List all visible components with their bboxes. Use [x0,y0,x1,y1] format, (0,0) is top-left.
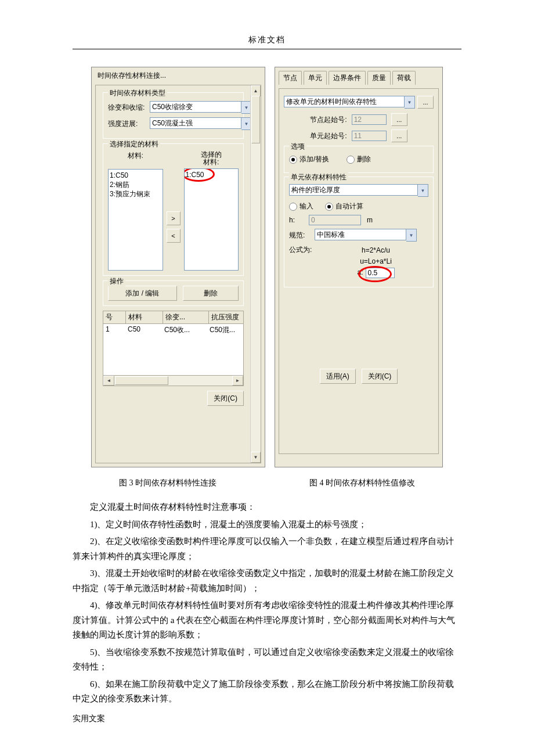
header-rule [73,49,461,49]
label-strength: 强度进展: [108,119,147,129]
scroll-up-icon[interactable]: ▲ [251,85,261,96]
combo-action-input[interactable] [284,96,405,107]
cell: 1 [103,324,125,375]
v-scrollbar[interactable]: ▲ ▼ [250,85,261,463]
node-browse-button[interactable]: ... [391,113,407,126]
scroll-thumb[interactable] [251,96,260,143]
cell: C50混... [207,324,243,375]
tab-element[interactable]: 单元 [304,71,327,85]
list-item[interactable]: 1:C50 [110,171,161,180]
combo-spec-input[interactable] [315,229,406,240]
cell: C50 [125,324,162,375]
radio-icon [347,156,355,164]
tab-load[interactable]: 荷载 [392,71,416,85]
radio-input[interactable]: 输入 [289,201,313,211]
combo-strength-input[interactable] [150,117,241,129]
scroll-right-icon[interactable]: ► [232,376,243,386]
combo-action[interactable]: ▼ ... [284,96,434,109]
close-button[interactable]: 关闭(C) [207,391,244,406]
legend-material-type: 时间依存材料类型 [108,88,167,98]
label-h-unit: m [367,216,373,224]
page-footer: 实用文案 [73,714,105,724]
label-h: h: [289,216,303,224]
radio-add-replace[interactable]: 添加/替换 [289,154,329,164]
radio-icon [289,203,297,211]
table-body[interactable]: 1 C50 C50收... C50混... [103,324,244,376]
list-item[interactable]: 2:钢筋 [110,180,161,189]
col-no[interactable]: 号 [103,311,126,323]
close-button[interactable]: 关闭(C) [362,369,398,384]
tab-node[interactable]: 节点 [279,71,302,85]
chevron-down-icon[interactable]: ▼ [418,184,428,197]
radio-icon [289,156,297,164]
combo-thickness[interactable]: ▼ [289,184,428,197]
scroll-left-icon[interactable]: ◄ [103,376,114,386]
tab-mass[interactable]: 质量 [367,71,391,85]
caption-fig4: 图 4 时间依存材料特性值修改 [309,478,415,488]
label-selected-list: 选择的 材料: [184,151,239,166]
a-input[interactable] [366,268,395,278]
tab-boundary[interactable]: 边界条件 [329,71,366,85]
node-start-input[interactable] [352,114,387,125]
para-3: 3)、混凝土开始收缩时的材龄在收缩徐变函数定义中指定，加载时的混凝土材龄在施工阶… [73,566,461,596]
h-input [309,215,361,225]
chevron-down-icon[interactable]: ▼ [406,229,417,242]
listbox-selected[interactable]: 1:C50 [184,168,239,271]
legend-elem-props: 单元依存材料特性 [289,172,348,182]
label-elem-start: 单元起始号: [310,131,347,141]
list-item[interactable]: 1:C50 [186,170,237,179]
group-select-material: 选择指定的材料 材料: 1:C50 2:钢筋 3:预应力钢束 > < 选择的 材… [103,143,244,276]
elem-start-input[interactable] [352,131,387,141]
label-spec: 规范: [289,231,309,240]
para-intro: 定义混凝土时间依存材料特性时注意事项： [73,500,461,515]
label-material-list: 材料: [108,151,163,161]
radio-auto[interactable]: 自动计算 [325,201,363,211]
move-left-button[interactable]: < [167,229,181,243]
scroll-thumb[interactable] [115,376,168,385]
dialog-material-link: 时间依存性材料连接... 时间依存材料类型 徐变和收缩: ▼ ... 强度进展:… [91,67,265,467]
combo-thickness-input[interactable] [289,184,418,196]
h-scrollbar[interactable]: ◄ ► [103,376,244,386]
scroll-area: 时间依存材料类型 徐变和收缩: ▼ ... 强度进展: ▼ ... 选择指定的材… [95,85,261,463]
label-creep: 徐变和收缩: [108,103,147,113]
group-operations: 操作 添加 / 编辑 删除 [103,280,244,306]
radio-delete[interactable]: 删除 [347,154,371,164]
delete-button[interactable]: 删除 [183,286,239,301]
formula-1: h=2*Ac/u [323,245,428,256]
para-4: 4)、修改单元时间依存材料特性值时要对所有考虑收缩徐变特性的混凝土构件修改其构件… [73,598,461,643]
combo-strength[interactable]: ▼ [150,117,252,130]
listbox-materials[interactable]: 1:C50 2:钢筋 3:预应力钢束 [108,169,163,271]
list-item[interactable]: 3:预应力钢束 [110,189,161,199]
cell: C50收... [162,324,207,375]
table-header: 号 材料 徐变... 抗压强度 [103,311,244,324]
move-right-button[interactable]: > [167,211,181,225]
radio-icon [325,203,333,211]
tab-bar: 节点 单元 边界条件 质量 荷载 [279,71,439,85]
label-node-start: 节点起始号: [310,115,347,125]
col-strength[interactable]: 抗压强度 [209,311,243,323]
add-edit-button[interactable]: 添加 / 编辑 [108,286,177,301]
scroll-down-icon[interactable]: ▼ [251,452,261,463]
caption-fig3: 图 3 时间依存材料特性连接 [119,478,217,488]
legend-options: 选项 [289,142,306,152]
action-browse-button[interactable]: ... [417,96,434,109]
formula-2: u=Lo+a*Li [323,256,428,267]
elem-browse-button[interactable]: ... [391,129,407,142]
chevron-down-icon[interactable]: ▼ [405,96,415,109]
combo-creep-input[interactable] [150,101,241,113]
group-elem-props: 单元依存材料特性 ▼ 输入 自动计算 h: m 规范: ▼ 公式为: h=2*A… [284,177,434,287]
combo-spec[interactable]: ▼ [315,229,417,242]
col-material[interactable]: 材料 [126,311,163,323]
para-5: 5)、当收缩徐变系数不按规范计算取值时，可以通过自定义收缩徐变函数来定义混凝土的… [73,645,461,675]
legend-operations: 操作 [108,276,125,286]
dialog-title: 时间依存性材料连接... [92,67,265,84]
body-text: 定义混凝土时间依存材料特性时注意事项： 1)、定义时间依存特性函数时，混凝土的强… [73,500,461,707]
combo-creep[interactable]: ▼ [150,101,252,114]
para-2: 2)、在定义收缩徐变函数时构件理论厚度可以仅输入一个非负数，在建立模型后通过程序… [73,534,461,564]
apply-button[interactable]: 适用(A) [320,369,356,384]
group-material-type: 时间依存材料类型 徐变和收缩: ▼ ... 强度进展: ▼ ... [103,92,244,139]
dialog-modify-props: 节点 单元 边界条件 质量 荷载 ▼ ... 节点起始号: ... 单元起始号:… [275,67,443,467]
para-1: 1)、定义时间依存特性函数时，混凝土的强度要输入混凝土的标号强度； [73,517,461,532]
col-creep[interactable]: 徐变... [163,311,209,323]
label-a: a: [357,267,363,278]
